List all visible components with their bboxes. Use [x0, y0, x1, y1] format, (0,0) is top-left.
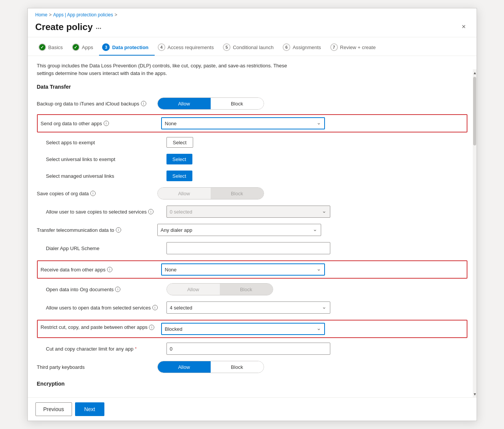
tab-access-requirements[interactable]: 4 Access requirements	[155, 40, 220, 56]
info-icon-backup[interactable]: i	[141, 101, 146, 106]
label-open-data-org: Open data into Org documents i	[46, 287, 160, 292]
step-circle-assignments: 6	[283, 43, 290, 51]
info-icon-transfer-telecom[interactable]: i	[116, 227, 121, 233]
step-circle-conditional: 5	[223, 43, 230, 51]
tab-data-protection-label: Data protection	[112, 45, 148, 50]
row-select-apps-exempt: Select apps to exempt Select	[37, 134, 467, 151]
dialog-title: Create policy ...	[35, 22, 102, 32]
tab-data-protection[interactable]: 3 Data protection	[99, 40, 154, 56]
info-icon-allow-users-open[interactable]: i	[152, 305, 158, 310]
control-select-apps-exempt: Select	[166, 137, 330, 148]
control-cut-copy-char-limit	[166, 343, 330, 355]
step-circle-apps	[72, 43, 80, 51]
label-allow-users-open-data: Allow users to open data from selected s…	[46, 305, 160, 311]
control-dialer-url	[166, 242, 330, 254]
tab-conditional-launch[interactable]: 5 Conditional launch	[220, 40, 280, 56]
select-universal-links-button[interactable]: Select	[166, 154, 192, 164]
toggle-allow-open[interactable]: Allow	[167, 284, 220, 295]
dropdown-transfer-telecom[interactable]: Any dialer app	[157, 224, 321, 236]
input-cut-copy-char-limit[interactable]	[166, 343, 330, 355]
info-icon-open-data-org[interactable]: i	[115, 287, 120, 292]
dropdown-allow-users-open[interactable]: 4 selected	[166, 301, 330, 314]
label-dialer-url: Dialer App URL Scheme	[46, 246, 160, 251]
toggle-allow-backup[interactable]: Allow	[158, 98, 211, 109]
toggle-allow-keyboards[interactable]: Allow	[158, 361, 211, 373]
info-icon-allow-user-save[interactable]: i	[148, 209, 154, 214]
label-send-org-data: Send org data to other apps i	[41, 121, 155, 126]
label-allow-user-save: Allow user to save copies to selected se…	[46, 209, 160, 215]
row-open-data-org: Open data into Org documents i Allow Blo…	[37, 280, 467, 298]
label-third-party-keyboards: Third party keyboards	[37, 364, 151, 370]
control-allow-user-save: 0 selected	[166, 206, 330, 218]
input-dialer-url[interactable]	[166, 242, 330, 254]
breadcrumb-sep2: >	[115, 12, 117, 18]
step-circle-basics	[38, 43, 46, 51]
scrollbar-track: ▲ ▼	[473, 69, 477, 398]
control-transfer-telecom: Any dialer app	[157, 224, 321, 236]
label-select-managed-universal: Select managed universal links	[46, 173, 160, 179]
tab-basics[interactable]: Basics	[35, 40, 69, 56]
toggle-block-backup[interactable]: Block	[211, 98, 264, 109]
dropdown-allow-user-save[interactable]: 0 selected	[166, 206, 330, 218]
toggle-open-data-org: Allow Block	[166, 283, 273, 295]
create-policy-dialog: Home > Apps | App protection policies > …	[27, 8, 477, 421]
wizard-tabs: Basics Apps 3 Data protection 4 Access r…	[28, 37, 477, 56]
dropdown-wrapper-telecom: Any dialer app	[157, 224, 321, 236]
label-save-copies: Save copies of org data i	[37, 191, 151, 196]
info-icon-receive-data[interactable]: i	[107, 267, 112, 272]
more-options-icon[interactable]: ...	[96, 23, 101, 31]
toggle-block-keyboards[interactable]: Block	[211, 361, 264, 373]
description-text: This group includes the Data Loss Preven…	[37, 62, 304, 77]
close-button[interactable]: ×	[459, 21, 469, 32]
dropdown-restrict-cut-copy[interactable]: Blocked	[161, 323, 325, 335]
row-save-copies: Save copies of org data i Allow Block	[37, 184, 467, 203]
tab-apps[interactable]: Apps	[69, 40, 99, 56]
info-icon-send-org[interactable]: i	[104, 121, 109, 126]
dropdown-wrapper-receive-data: None	[161, 263, 325, 276]
tab-assignments[interactable]: 6 Assignments	[280, 40, 327, 56]
control-open-data-org: Allow Block	[166, 283, 330, 295]
title-text: Create policy	[35, 22, 93, 32]
step-circle-review: 7	[330, 43, 338, 51]
label-select-apps-exempt: Select apps to exempt	[46, 140, 160, 145]
toggle-block-save[interactable]: Block	[211, 188, 264, 199]
step-circle-data-protection: 3	[102, 43, 110, 51]
select-managed-universal-button[interactable]: Select	[166, 171, 192, 181]
scrollbar-down-arrow[interactable]: ▼	[473, 392, 477, 396]
row-restrict-cut-copy-highlighted: Restrict cut, copy, and paste between ot…	[37, 320, 467, 338]
tab-review-create[interactable]: 7 Review + create	[327, 40, 382, 56]
dialog-header: Create policy ... ×	[28, 19, 477, 37]
label-select-universal-links: Select universal links to exempt	[46, 156, 160, 162]
row-dialer-url: Dialer App URL Scheme	[37, 239, 467, 257]
breadcrumb-home[interactable]: Home	[35, 12, 48, 18]
info-icon-restrict-cut[interactable]: i	[149, 325, 154, 330]
control-save-copies: Allow Block	[157, 187, 321, 199]
dropdown-wrapper-allow-users-open: 4 selected	[166, 301, 330, 314]
toggle-allow-save[interactable]: Allow	[158, 188, 211, 199]
toggle-backup-org-data: Allow Block	[157, 97, 264, 110]
breadcrumb-sep1: >	[49, 12, 52, 18]
control-send-org-data: None	[161, 117, 325, 129]
content-area: This group includes the Data Loss Preven…	[28, 56, 477, 397]
dropdown-receive-data[interactable]: None	[161, 263, 325, 276]
encryption-section-title: Encryption	[37, 381, 467, 387]
next-button[interactable]: Next	[75, 402, 104, 416]
toggle-save-copies: Allow Block	[157, 187, 264, 199]
breadcrumb-apps[interactable]: Apps | App protection policies	[53, 12, 113, 18]
scrollbar-thumb[interactable]	[473, 77, 476, 145]
tab-assignments-label: Assignments	[293, 45, 321, 50]
control-allow-users-open-data: 4 selected	[166, 301, 330, 314]
scrollbar-up-arrow[interactable]: ▲	[473, 71, 477, 75]
data-transfer-section-title: Data Transfer	[37, 84, 467, 90]
previous-button[interactable]: Previous	[35, 402, 72, 416]
label-restrict-cut-copy: Restrict cut, copy, and paste between ot…	[41, 323, 155, 330]
control-third-party-keyboards: Allow Block	[157, 361, 321, 373]
info-icon-save-copies[interactable]: i	[90, 191, 96, 196]
row-receive-data-highlighted: Receive data from other apps i None	[37, 260, 467, 279]
tab-review-label: Review + create	[340, 45, 376, 50]
dropdown-send-org-data[interactable]: None	[161, 117, 325, 129]
row-cut-copy-char-limit: Cut and copy character limit for any app…	[37, 340, 467, 358]
tab-access-label: Access requirements	[168, 45, 214, 50]
select-apps-exempt-button[interactable]: Select	[166, 137, 193, 148]
toggle-block-open[interactable]: Block	[220, 284, 273, 295]
